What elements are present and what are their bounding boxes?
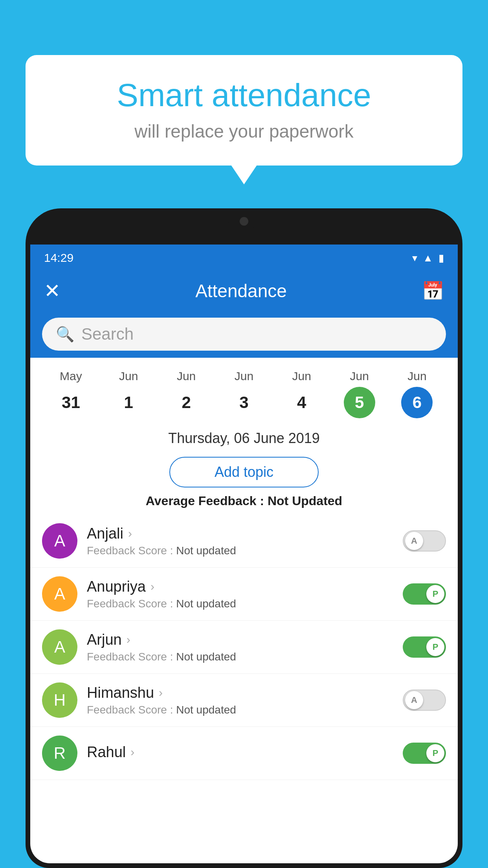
student-info-0: Anjali ›Feedback Score : Not updated — [87, 525, 393, 557]
app-bar-title: Attendance — [195, 280, 287, 302]
calendar-day-4[interactable]: Jun4 — [283, 370, 320, 418]
search-input[interactable]: Search — [81, 325, 134, 344]
wifi-icon: ▾ — [412, 252, 417, 264]
calendar-day-5[interactable]: Jun5 — [341, 370, 378, 418]
cal-month-label: Jun — [407, 370, 426, 383]
phone-screen: 14:29 ▾ ▲ ▮ ✕ Attendance 📅 🔍 Search — [30, 245, 458, 863]
calendar-day-6[interactable]: Jun6 — [398, 370, 436, 418]
student-name-0: Anjali › — [87, 525, 393, 542]
cal-date-label: 4 — [286, 387, 317, 418]
avatar-3: H — [42, 682, 77, 718]
phone-inner: 14:29 ▾ ▲ ▮ ✕ Attendance 📅 🔍 Search — [30, 213, 458, 863]
feedback-score-0: Feedback Score : Not updated — [87, 544, 393, 557]
calendar-day-1[interactable]: Jun1 — [110, 370, 147, 418]
feedback-score-3: Feedback Score : Not updated — [87, 704, 393, 716]
feedback-score-2: Feedback Score : Not updated — [87, 651, 393, 663]
toggle-3[interactable]: A — [403, 690, 446, 711]
speech-title: Smart attendance — [49, 77, 439, 114]
close-button[interactable]: ✕ — [44, 280, 61, 302]
phone-frame: 14:29 ▾ ▲ ▮ ✕ Attendance 📅 🔍 Search — [26, 208, 462, 868]
speech-bubble-container: Smart attendance will replace your paper… — [26, 55, 462, 166]
front-camera — [240, 217, 248, 226]
toggle-0[interactable]: A — [403, 530, 446, 552]
avatar-0: A — [42, 523, 77, 559]
speech-subtitle: will replace your paperwork — [49, 121, 439, 142]
signal-icon: ▲ — [423, 252, 433, 264]
calendar-day-2[interactable]: Jun2 — [168, 370, 205, 418]
feedback-value-2: Not updated — [176, 651, 236, 663]
student-info-1: Anupriya ›Feedback Score : Not updated — [87, 578, 393, 610]
avatar-4: R — [42, 736, 77, 771]
cal-month-label: May — [60, 370, 82, 383]
cal-month-label: Jun — [350, 370, 369, 383]
feedback-value-0: Not updated — [176, 544, 236, 557]
toggle-knob-0: A — [405, 532, 423, 550]
speech-bubble: Smart attendance will replace your paper… — [26, 55, 462, 166]
toggle-knob-3: A — [405, 691, 423, 709]
battery-icon: ▮ — [438, 252, 444, 264]
app-bar: ✕ Attendance 📅 — [30, 271, 458, 311]
student-item-3[interactable]: HHimanshu ›Feedback Score : Not updatedA — [30, 674, 458, 727]
screen-content: May31Jun1Jun2Jun3Jun4Jun5Jun6 Thursday, … — [30, 358, 458, 863]
avatar-2: A — [42, 629, 77, 665]
chevron-icon: › — [159, 686, 163, 699]
toggle-1[interactable]: P — [403, 583, 446, 605]
student-info-3: Himanshu ›Feedback Score : Not updated — [87, 684, 393, 716]
cal-month-label: Jun — [292, 370, 311, 383]
chevron-icon: › — [128, 527, 132, 540]
avg-feedback: Average Feedback : Not Updated — [30, 494, 458, 515]
student-info-2: Arjun ›Feedback Score : Not updated — [87, 631, 393, 663]
selected-date-label: Thursday, 06 June 2019 — [30, 422, 458, 451]
status-time: 14:29 — [44, 251, 73, 265]
toggle-knob-4: P — [426, 744, 444, 762]
student-item-0[interactable]: AAnjali ›Feedback Score : Not updatedA — [30, 515, 458, 568]
notch — [226, 213, 262, 229]
student-name-2: Arjun › — [87, 631, 393, 648]
cal-date-label: 1 — [113, 387, 144, 418]
calendar-day-3[interactable]: Jun3 — [225, 370, 262, 418]
cal-month-label: Jun — [235, 370, 253, 383]
feedback-value-1: Not updated — [176, 598, 236, 610]
toggle-knob-1: P — [426, 585, 444, 603]
student-item-1[interactable]: AAnupriya ›Feedback Score : Not updatedP — [30, 568, 458, 621]
calendar-day-0[interactable]: May31 — [52, 370, 90, 418]
cal-date-label: 3 — [228, 387, 260, 418]
toggle-4[interactable]: P — [403, 743, 446, 764]
student-list: AAnjali ›Feedback Score : Not updatedAAA… — [30, 515, 458, 780]
search-bar-container: 🔍 Search — [30, 311, 458, 358]
cal-date-label: 2 — [171, 387, 202, 418]
chevron-icon: › — [127, 633, 130, 646]
feedback-score-1: Feedback Score : Not updated — [87, 598, 393, 610]
add-topic-button[interactable]: Add topic — [169, 457, 319, 487]
feedback-value-3: Not updated — [176, 704, 236, 716]
chevron-icon: › — [150, 580, 154, 593]
student-item-4[interactable]: RRahul ›P — [30, 727, 458, 780]
cal-date-label: 31 — [55, 387, 86, 418]
status-bar: 14:29 ▾ ▲ ▮ — [30, 245, 458, 271]
search-icon: 🔍 — [56, 326, 74, 343]
toggle-2[interactable]: P — [403, 636, 446, 658]
student-info-4: Rahul › — [87, 744, 393, 763]
chevron-icon: › — [130, 745, 134, 759]
calendar-strip: May31Jun1Jun2Jun3Jun4Jun5Jun6 — [30, 358, 458, 422]
cal-date-label: 6 — [401, 387, 433, 418]
search-bar[interactable]: 🔍 Search — [42, 318, 446, 351]
student-name-1: Anupriya › — [87, 578, 393, 595]
avatar-1: A — [42, 576, 77, 612]
cal-month-label: Jun — [177, 370, 196, 383]
cal-date-label: 5 — [344, 387, 375, 418]
avg-feedback-label: Average Feedback : — [146, 494, 268, 508]
status-icons: ▾ ▲ ▮ — [412, 252, 444, 264]
student-name-4: Rahul › — [87, 744, 393, 761]
student-name-3: Himanshu › — [87, 684, 393, 701]
student-item-2[interactable]: AArjun ›Feedback Score : Not updatedP — [30, 621, 458, 674]
toggle-knob-2: P — [426, 638, 444, 656]
cal-month-label: Jun — [119, 370, 138, 383]
calendar-icon[interactable]: 📅 — [422, 280, 444, 302]
avg-feedback-value: Not Updated — [268, 494, 342, 508]
